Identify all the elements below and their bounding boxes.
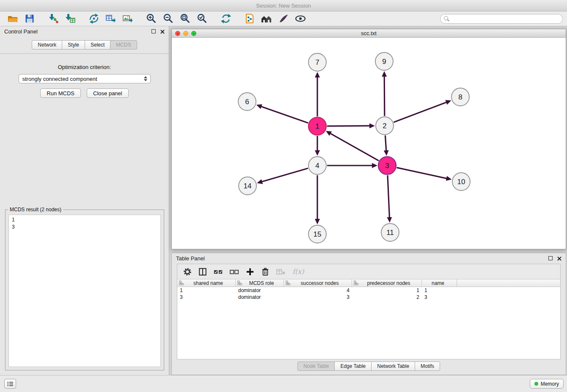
new-network-button[interactable] [85,12,102,25]
run-mcds-button[interactable]: Run MCDS [40,88,81,98]
tab-mcds[interactable]: MCDS [110,40,137,50]
graph-edge-1-2[interactable] [327,126,370,126]
zoom-out-button[interactable] [160,12,177,25]
graph-edge-4-14[interactable] [262,168,308,182]
first-neighbors-button[interactable] [241,12,258,25]
graph-node-1[interactable]: 1 [308,117,326,135]
graph-edge-3-11[interactable] [388,175,389,218]
save-session-button[interactable] [21,12,38,25]
attribute-icon [286,281,290,285]
folder-open-icon [7,13,18,24]
delete-table-button[interactable] [276,268,286,276]
apply-style-button[interactable] [275,12,292,25]
graph-edge-3-1[interactable] [330,133,378,161]
close-panel-button[interactable]: Close panel [87,88,129,98]
export-table-button[interactable] [102,12,119,25]
tab-node-table[interactable]: Node Table [297,362,335,371]
table-row[interactable]: 1 dominator 4 1 1 [177,287,560,294]
cell-name[interactable]: 1 [422,287,457,294]
graph-node-9[interactable]: 9 [375,52,393,70]
tab-edge-table[interactable]: Edge Table [334,362,372,371]
column-header-successor-nodes[interactable]: successor nodes [284,279,352,287]
graph-edge-2-3[interactable] [385,135,386,151]
tab-select[interactable]: Select [85,40,110,50]
float-panel-icon[interactable] [151,29,156,33]
import-table-button[interactable] [62,12,79,25]
function-builder-button[interactable]: f(x) [292,268,304,276]
cell-shared-name[interactable]: 1 [177,287,236,294]
cell-mcds-role[interactable]: dominator [236,287,284,294]
cell-successor-nodes[interactable]: 3 [284,294,352,301]
zoom-out-icon [163,13,174,24]
graph-node-6[interactable]: 6 [238,93,256,110]
control-panel: Control Panel Network Style Select MCDS … [0,26,169,375]
optimization-criterion-select[interactable]: strongly connected component [19,74,151,83]
toggle-view-button[interactable] [292,12,309,25]
float-panel-icon[interactable] [548,256,553,260]
import-network-button[interactable] [45,12,62,25]
split-columns-button[interactable] [198,268,207,276]
graph-node-8[interactable]: 8 [451,88,469,106]
zoom-selected-icon [197,13,208,24]
select-all-button[interactable] [214,268,223,276]
column-header-name[interactable]: name [422,279,457,287]
graph-node-14[interactable]: 14 [239,177,256,195]
graph-edge-3-10[interactable] [396,168,446,179]
cell-predecessor-nodes[interactable]: 1 [352,287,422,294]
svg-text:10: 10 [457,178,465,186]
window-close-icon[interactable] [175,31,180,36]
svg-text:4: 4 [315,162,319,170]
window-minimize-icon[interactable] [183,31,188,36]
table-panel-tabs: Node Table Edge Table Network Table Moti… [172,362,566,371]
zoom-fit-button[interactable] [177,12,194,25]
window-zoom-icon[interactable] [191,31,196,36]
open-file-button[interactable] [4,12,21,25]
eye-icon [295,14,306,23]
graph-node-11[interactable]: 11 [381,224,399,241]
mcds-result-list[interactable]: 1 3 [8,215,161,367]
graphics-details-button[interactable] [258,12,275,25]
graph-node-3[interactable]: 3 [378,157,396,174]
cell-successor-nodes[interactable]: 4 [284,287,352,294]
traffic-lights [175,31,196,36]
search-input[interactable] [452,16,559,22]
column-header-shared-name[interactable]: shared name [177,279,236,287]
zoom-selected-button[interactable] [194,12,211,25]
table-settings-button[interactable] [183,268,192,276]
graph-node-4[interactable]: 4 [308,157,326,174]
tab-style[interactable]: Style [62,40,85,50]
network-window-titlebar[interactable]: scc.txt [172,29,566,38]
table-row[interactable]: 3 dominator 3 2 3 [177,294,560,301]
graph-edge-2-8[interactable] [394,102,447,122]
column-header-mcds-role[interactable]: MCDS role [236,279,284,287]
image-export-icon [122,13,133,24]
add-column-button[interactable] [246,268,254,276]
cell-name[interactable]: 3 [422,294,457,301]
graph-edge-1-6[interactable] [261,107,308,123]
zoom-in-button[interactable] [143,12,160,25]
tab-network-table[interactable]: Network Table [371,362,415,371]
task-history-button[interactable] [4,379,16,389]
cell-predecessor-nodes[interactable]: 2 [352,294,422,301]
houses-icon [261,14,272,24]
export-image-button[interactable] [119,12,136,25]
memory-button[interactable]: Memory [530,379,564,389]
graph-node-10[interactable]: 10 [452,173,470,190]
attribute-icon [354,281,358,285]
cell-shared-name[interactable]: 3 [177,294,236,301]
close-panel-icon[interactable] [160,29,165,34]
cell-mcds-role[interactable]: dominator [236,294,284,301]
close-panel-icon[interactable] [557,256,561,261]
deselect-all-button[interactable] [230,268,239,276]
delete-column-button[interactable] [261,268,270,276]
refresh-button[interactable] [217,12,234,25]
tab-motifs[interactable]: Motifs [415,362,440,371]
network-canvas-svg[interactable]: 7968124314101511 [172,38,566,249]
tab-network[interactable]: Network [32,40,62,50]
graph-node-2[interactable]: 2 [376,117,394,135]
search-box[interactable] [440,14,563,24]
graph-edge-2-9[interactable] [384,76,385,116]
graph-node-7[interactable]: 7 [308,53,326,71]
column-header-predecessor-nodes[interactable]: predecessor nodes [352,279,422,287]
graph-node-15[interactable]: 15 [308,225,326,243]
